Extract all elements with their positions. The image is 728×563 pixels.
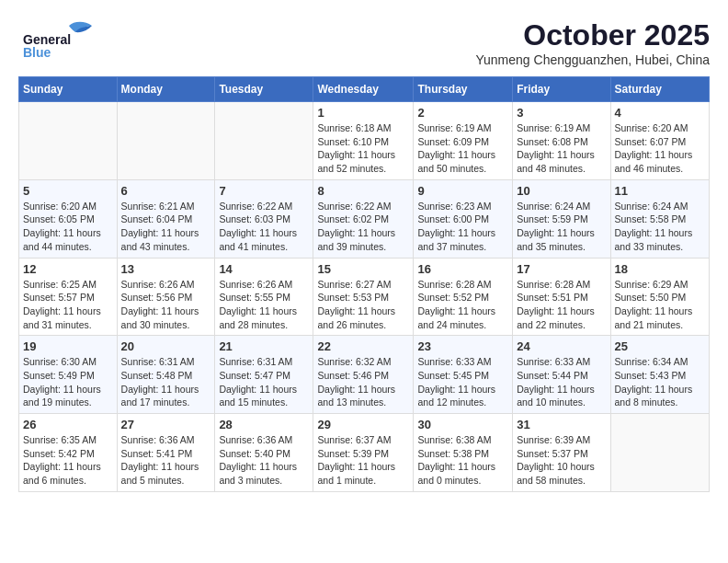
day-info: Sunrise: 6:37 AM Sunset: 5:39 PM Dayligh… (317, 433, 409, 488)
day-info: Sunrise: 6:26 AM Sunset: 5:55 PM Dayligh… (219, 278, 309, 332)
logo: General Blue (18, 18, 101, 60)
day-number: 31 (517, 418, 606, 431)
day-number: 2 (417, 106, 508, 120)
calendar-week-row: 19Sunrise: 6:30 AM Sunset: 5:49 PM Dayli… (19, 336, 710, 414)
calendar-cell: 31Sunrise: 6:39 AM Sunset: 5:37 PM Dayli… (513, 414, 610, 492)
day-info: Sunrise: 6:28 AM Sunset: 5:51 PM Dayligh… (517, 278, 606, 332)
calendar-cell: 30Sunrise: 6:38 AM Sunset: 5:38 PM Dayli… (414, 414, 513, 492)
month-title: October 2025 (475, 18, 710, 52)
day-number: 9 (417, 184, 508, 198)
weekday-header: Wednesday (313, 77, 414, 102)
day-info: Sunrise: 6:36 AM Sunset: 5:40 PM Dayligh… (219, 433, 309, 488)
day-info: Sunrise: 6:22 AM Sunset: 6:02 PM Dayligh… (317, 200, 409, 254)
day-number: 3 (517, 106, 606, 120)
weekday-header-row: SundayMondayTuesdayWednesdayThursdayFrid… (19, 77, 710, 102)
calendar-cell: 27Sunrise: 6:36 AM Sunset: 5:41 PM Dayli… (117, 414, 215, 492)
calendar-cell: 10Sunrise: 6:24 AM Sunset: 5:59 PM Dayli… (513, 179, 610, 258)
day-number: 30 (417, 418, 508, 431)
day-number: 6 (121, 184, 211, 198)
day-info: Sunrise: 6:20 AM Sunset: 6:07 PM Dayligh… (615, 121, 705, 176)
day-info: Sunrise: 6:21 AM Sunset: 6:04 PM Dayligh… (121, 200, 211, 254)
calendar-cell (215, 102, 313, 180)
calendar-cell: 11Sunrise: 6:24 AM Sunset: 5:58 PM Dayli… (610, 179, 709, 258)
day-info: Sunrise: 6:33 AM Sunset: 5:44 PM Dayligh… (517, 355, 606, 409)
day-number: 8 (317, 184, 409, 198)
day-number: 17 (517, 262, 606, 276)
day-number: 10 (517, 184, 606, 198)
day-info: Sunrise: 6:25 AM Sunset: 5:57 PM Dayligh… (23, 278, 113, 332)
calendar-cell: 21Sunrise: 6:31 AM Sunset: 5:47 PM Dayli… (215, 336, 313, 414)
calendar-cell: 6Sunrise: 6:21 AM Sunset: 6:04 PM Daylig… (117, 179, 215, 258)
weekday-header: Tuesday (215, 77, 313, 102)
page-header: General Blue October 2025 Yunmeng Chengg… (18, 18, 710, 67)
day-info: Sunrise: 6:38 AM Sunset: 5:38 PM Dayligh… (417, 433, 508, 488)
day-info: Sunrise: 6:18 AM Sunset: 6:10 PM Dayligh… (317, 121, 409, 176)
day-number: 1 (317, 106, 409, 120)
location: Yunmeng Chengguanzhen, Hubei, China (475, 52, 710, 67)
day-number: 13 (121, 262, 211, 276)
day-info: Sunrise: 6:33 AM Sunset: 5:45 PM Dayligh… (417, 355, 508, 409)
day-info: Sunrise: 6:20 AM Sunset: 6:05 PM Dayligh… (23, 200, 113, 254)
calendar-week-row: 12Sunrise: 6:25 AM Sunset: 5:57 PM Dayli… (19, 258, 710, 336)
calendar-cell: 8Sunrise: 6:22 AM Sunset: 6:02 PM Daylig… (313, 179, 414, 258)
day-number: 23 (417, 339, 508, 353)
calendar-cell: 28Sunrise: 6:36 AM Sunset: 5:40 PM Dayli… (215, 414, 313, 492)
calendar-cell: 7Sunrise: 6:22 AM Sunset: 6:03 PM Daylig… (215, 179, 313, 258)
calendar-cell: 1Sunrise: 6:18 AM Sunset: 6:10 PM Daylig… (313, 102, 414, 180)
day-info: Sunrise: 6:32 AM Sunset: 5:46 PM Dayligh… (317, 355, 409, 409)
calendar-cell (19, 102, 118, 180)
calendar-cell: 24Sunrise: 6:33 AM Sunset: 5:44 PM Dayli… (513, 336, 610, 414)
calendar-cell: 13Sunrise: 6:26 AM Sunset: 5:56 PM Dayli… (117, 258, 215, 336)
day-info: Sunrise: 6:29 AM Sunset: 5:50 PM Dayligh… (615, 278, 705, 332)
calendar-week-row: 26Sunrise: 6:35 AM Sunset: 5:42 PM Dayli… (19, 414, 710, 492)
day-number: 26 (23, 418, 113, 431)
day-number: 7 (219, 184, 309, 198)
day-number: 5 (23, 184, 113, 198)
calendar-cell: 3Sunrise: 6:19 AM Sunset: 6:08 PM Daylig… (513, 102, 610, 180)
day-info: Sunrise: 6:34 AM Sunset: 5:43 PM Dayligh… (615, 355, 705, 409)
day-info: Sunrise: 6:22 AM Sunset: 6:03 PM Dayligh… (219, 200, 309, 254)
day-number: 20 (121, 339, 211, 353)
calendar-cell: 19Sunrise: 6:30 AM Sunset: 5:49 PM Dayli… (19, 336, 118, 414)
svg-text:Blue: Blue (23, 45, 51, 60)
calendar-cell: 25Sunrise: 6:34 AM Sunset: 5:43 PM Dayli… (610, 336, 709, 414)
day-number: 25 (615, 339, 705, 353)
title-area: October 2025 Yunmeng Chengguanzhen, Hube… (475, 18, 710, 67)
weekday-header: Friday (513, 77, 610, 102)
day-info: Sunrise: 6:39 AM Sunset: 5:37 PM Dayligh… (517, 433, 606, 488)
day-info: Sunrise: 6:19 AM Sunset: 6:09 PM Dayligh… (417, 121, 508, 176)
day-number: 16 (417, 262, 508, 276)
calendar-table: SundayMondayTuesdayWednesdayThursdayFrid… (18, 76, 710, 492)
calendar-week-row: 5Sunrise: 6:20 AM Sunset: 6:05 PM Daylig… (19, 179, 710, 258)
day-number: 21 (219, 339, 309, 353)
day-info: Sunrise: 6:30 AM Sunset: 5:49 PM Dayligh… (23, 355, 113, 409)
weekday-header: Saturday (610, 77, 709, 102)
calendar-cell: 16Sunrise: 6:28 AM Sunset: 5:52 PM Dayli… (414, 258, 513, 336)
day-number: 19 (23, 339, 113, 353)
day-number: 15 (317, 262, 409, 276)
day-info: Sunrise: 6:24 AM Sunset: 5:58 PM Dayligh… (615, 200, 705, 254)
day-info: Sunrise: 6:35 AM Sunset: 5:42 PM Dayligh… (23, 433, 113, 488)
day-number: 12 (23, 262, 113, 276)
calendar-cell: 5Sunrise: 6:20 AM Sunset: 6:05 PM Daylig… (19, 179, 118, 258)
day-info: Sunrise: 6:28 AM Sunset: 5:52 PM Dayligh… (417, 278, 508, 332)
day-info: Sunrise: 6:26 AM Sunset: 5:56 PM Dayligh… (121, 278, 211, 332)
day-info: Sunrise: 6:19 AM Sunset: 6:08 PM Dayligh… (517, 121, 606, 176)
logo-svg: General Blue (18, 18, 101, 60)
calendar-cell: 4Sunrise: 6:20 AM Sunset: 6:07 PM Daylig… (610, 102, 709, 180)
calendar-cell (117, 102, 215, 180)
calendar-cell: 9Sunrise: 6:23 AM Sunset: 6:00 PM Daylig… (414, 179, 513, 258)
calendar-week-row: 1Sunrise: 6:18 AM Sunset: 6:10 PM Daylig… (19, 102, 710, 180)
calendar-cell: 17Sunrise: 6:28 AM Sunset: 5:51 PM Dayli… (513, 258, 610, 336)
calendar-cell: 23Sunrise: 6:33 AM Sunset: 5:45 PM Dayli… (414, 336, 513, 414)
calendar-cell: 14Sunrise: 6:26 AM Sunset: 5:55 PM Dayli… (215, 258, 313, 336)
day-info: Sunrise: 6:36 AM Sunset: 5:41 PM Dayligh… (121, 433, 211, 488)
calendar-cell: 18Sunrise: 6:29 AM Sunset: 5:50 PM Dayli… (610, 258, 709, 336)
calendar-cell: 20Sunrise: 6:31 AM Sunset: 5:48 PM Dayli… (117, 336, 215, 414)
day-info: Sunrise: 6:31 AM Sunset: 5:48 PM Dayligh… (121, 355, 211, 409)
day-number: 4 (615, 106, 705, 120)
calendar-cell: 15Sunrise: 6:27 AM Sunset: 5:53 PM Dayli… (313, 258, 414, 336)
calendar-cell: 29Sunrise: 6:37 AM Sunset: 5:39 PM Dayli… (313, 414, 414, 492)
calendar-cell: 2Sunrise: 6:19 AM Sunset: 6:09 PM Daylig… (414, 102, 513, 180)
calendar-cell: 22Sunrise: 6:32 AM Sunset: 5:46 PM Dayli… (313, 336, 414, 414)
